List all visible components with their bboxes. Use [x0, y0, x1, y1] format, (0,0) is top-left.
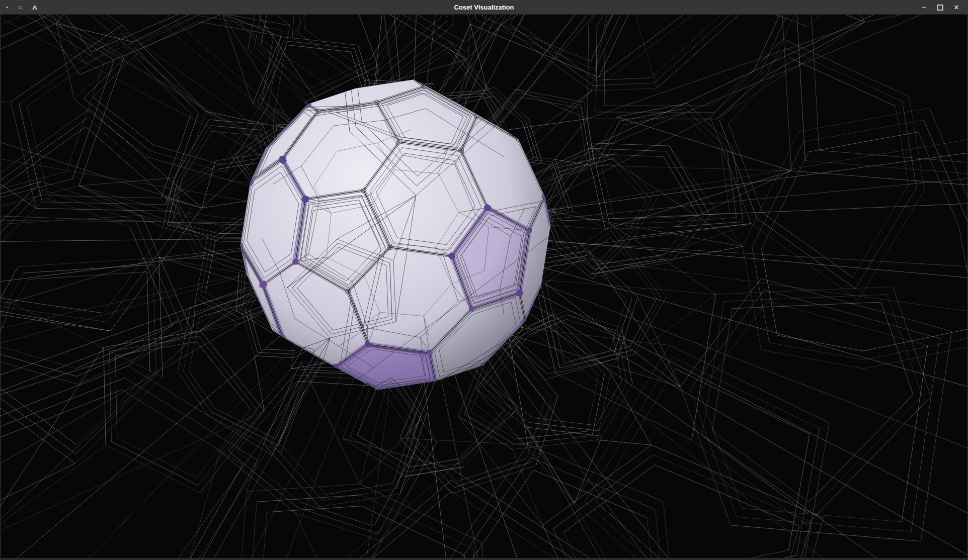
window-title: Coset Visualization: [1, 1, 967, 14]
titlebar[interactable]: • ○ ∧ Coset Visualization – ×: [1, 1, 967, 15]
3d-viewport[interactable]: [1, 15, 967, 558]
app-window: • ○ ∧ Coset Visualization – ×: [0, 0, 968, 560]
minimize-button[interactable]: –: [916, 1, 932, 14]
window-controls: – ×: [916, 1, 964, 14]
maximize-icon: [937, 5, 943, 11]
coset-render: [1, 15, 967, 558]
maximize-button[interactable]: [932, 1, 948, 14]
close-button[interactable]: ×: [948, 1, 964, 14]
